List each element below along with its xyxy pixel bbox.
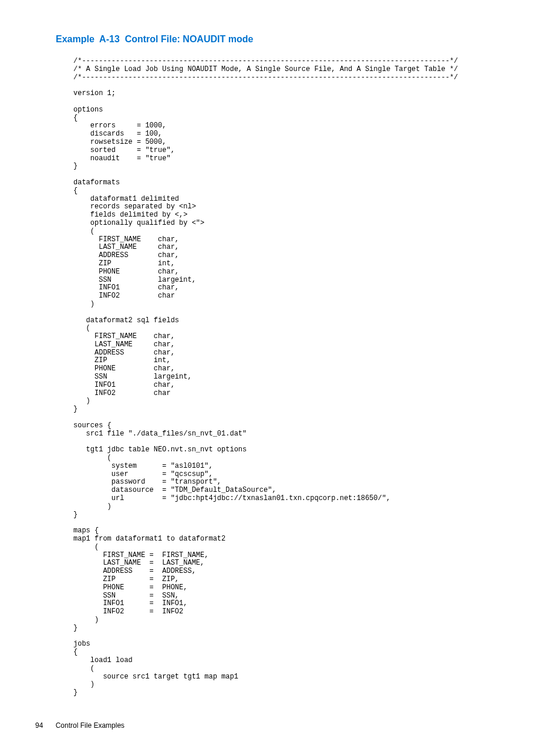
page-number: 94 <box>35 721 43 730</box>
document-page: Example A-13 Control File: NOAUDIT mode … <box>0 0 560 746</box>
example-title: Example A-13 Control File: NOAUDIT mode <box>56 34 525 45</box>
section-title: Control File Examples <box>56 721 124 730</box>
page-footer: 94 Control File Examples <box>35 721 124 730</box>
code-listing: /*--------------------------------------… <box>73 58 525 697</box>
